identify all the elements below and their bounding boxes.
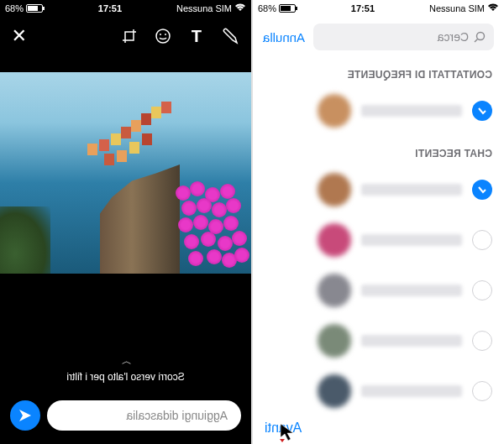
- checkmark-selected-icon[interactable]: [472, 180, 492, 200]
- contact-row[interactable]: [253, 265, 504, 316]
- caption-input[interactable]: Aggiungi didascalia: [47, 400, 241, 431]
- status-bar: Nessuna SIM 17:51 68%: [0, 0, 251, 17]
- checkmark-unselected-icon[interactable]: [472, 331, 492, 351]
- avatar: [318, 94, 351, 128]
- send-button[interactable]: [10, 400, 40, 431]
- caption-bar: Aggiungi didascalia: [10, 400, 241, 431]
- photo-preview[interactable]: [0, 72, 251, 274]
- search-input[interactable]: Cerca: [313, 24, 494, 50]
- avatar: [318, 173, 351, 206]
- contact-row[interactable]: [253, 316, 504, 366]
- chevron-up-icon: ︿: [0, 354, 251, 368]
- contact-name: [361, 335, 462, 347]
- checkmark-selected-icon[interactable]: [472, 101, 492, 121]
- contact-row[interactable]: [253, 215, 504, 265]
- avatar: [318, 223, 351, 257]
- emoji-icon[interactable]: [154, 27, 172, 45]
- contact-row[interactable]: [253, 366, 504, 416]
- contact-name: [361, 234, 462, 246]
- contact-name: [361, 105, 462, 117]
- share-screen: Nessuna SIM 17:51 68% Cerca Annulla CONT…: [253, 0, 504, 444]
- clock: 17:51: [350, 3, 374, 13]
- battery-icon: [26, 4, 43, 13]
- filter-hint-label: Scorri verso l'alto per i filtri: [66, 371, 184, 383]
- contact-name: [361, 285, 462, 296]
- checkmark-unselected-icon[interactable]: [472, 280, 492, 300]
- close-icon[interactable]: ✕: [12, 25, 27, 47]
- svg-point-1: [165, 34, 166, 35]
- carrier-label: Nessuna SIM: [429, 3, 485, 13]
- svg-point-0: [156, 29, 170, 43]
- search-placeholder: Cerca: [438, 30, 469, 44]
- contact-row[interactable]: [253, 165, 504, 215]
- carrier-label: Nessuna SIM: [176, 3, 232, 13]
- draw-icon[interactable]: [221, 27, 239, 45]
- crop-icon[interactable]: [120, 27, 139, 45]
- section-header-frequent: CONTATTATI DI FREQUENTE: [253, 57, 504, 86]
- caption-placeholder: Aggiungi didascalia: [126, 409, 228, 422]
- wifi-icon: [234, 3, 246, 13]
- avatar: [318, 274, 351, 307]
- svg-point-2: [160, 34, 161, 35]
- avatar: [318, 374, 351, 408]
- send-icon: [18, 408, 33, 423]
- section-header-recent: CHAT RECENTI: [253, 136, 504, 165]
- battery-pct: 68%: [258, 3, 276, 13]
- battery-icon: [279, 4, 296, 13]
- checkmark-unselected-icon[interactable]: [472, 381, 492, 401]
- status-bar: Nessuna SIM 17:51 68%: [253, 0, 504, 17]
- contact-name: [361, 385, 462, 397]
- search-icon: [474, 31, 486, 43]
- contact-name: [361, 184, 462, 196]
- wifi-icon: [487, 3, 499, 13]
- editor-toolbar: T ✕: [0, 17, 251, 55]
- checkmark-unselected-icon[interactable]: [472, 230, 492, 250]
- clock: 17:51: [97, 3, 121, 13]
- avatar: [318, 324, 351, 358]
- photo-editor-screen: Nessuna SIM 17:51 68% T: [0, 0, 251, 444]
- battery-pct: 68%: [5, 3, 24, 13]
- text-icon[interactable]: T: [187, 27, 206, 45]
- cursor-icon: [278, 422, 298, 442]
- svg-line-4: [475, 39, 478, 43]
- cancel-button[interactable]: Annulla: [263, 30, 305, 44]
- search-row: Cerca Annulla: [253, 17, 504, 57]
- svg-point-3: [477, 33, 485, 40]
- filter-hint[interactable]: ︿ Scorri verso l'alto per i filtri: [0, 354, 251, 384]
- contact-row[interactable]: [253, 86, 504, 136]
